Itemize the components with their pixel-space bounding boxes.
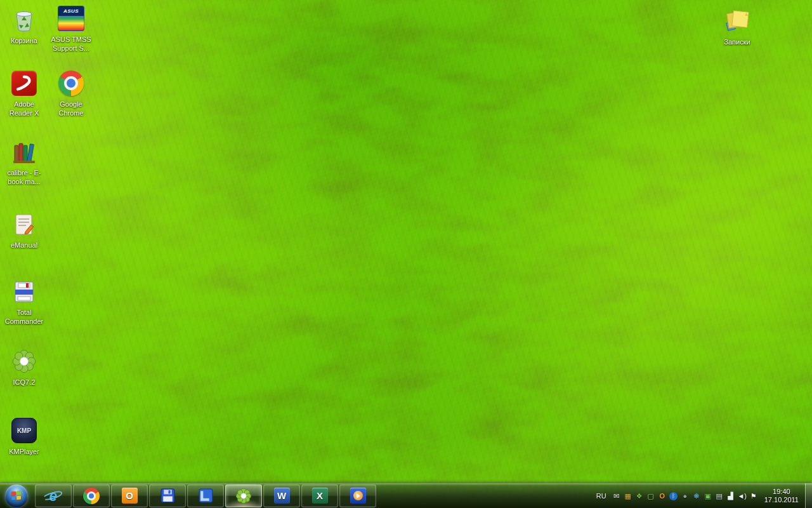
desktop[interactable]: Корзина Adobe Reader X calibre - E-book … [0, 0, 812, 508]
outlook-icon: O [121, 487, 138, 504]
show-desktop-button[interactable] [805, 483, 812, 508]
audio-icon[interactable]: ● [679, 484, 691, 508]
clock-date: 17.10.2011 [764, 496, 799, 504]
update-icon[interactable]: ▣ [702, 484, 714, 508]
desktop-icon-total-commander[interactable]: Total Commander [0, 277, 48, 326]
signal-icon[interactable]: ▟ [725, 484, 737, 508]
desktop-icon-asus-tmss[interactable]: ASUS ASUS TMSS Support S... [47, 4, 95, 53]
taskbar-button-media-player[interactable] [339, 485, 376, 507]
chrome-icon [83, 487, 100, 504]
desktop-icon-kmplayer[interactable]: KMP KMPlayer [0, 416, 48, 456]
excel-icon: X [311, 487, 329, 504]
action-center-icon[interactable]: ⚑ [748, 484, 759, 508]
desktop-icon-google-chrome[interactable]: Google Chrome [47, 69, 95, 117]
asus-logo-text: ASUS [58, 6, 84, 16]
desktop-icon-label: Total Commander [3, 308, 46, 326]
taskbar-button-google-chrome[interactable] [73, 485, 110, 507]
desktop-icon-label: eManual [3, 241, 46, 250]
kmplayer-icon: KMP [10, 416, 39, 445]
desktop-icon-recycle-bin[interactable]: Корзина [0, 5, 48, 45]
utility-icon[interactable]: ▦ [622, 484, 634, 508]
taskbar-button-total-commander[interactable] [149, 485, 186, 507]
language-indicator[interactable]: RU [592, 492, 611, 500]
display-icon[interactable]: ▢ [645, 484, 657, 508]
app-l-icon [197, 487, 214, 504]
desktop-icon-label: Корзина [3, 36, 46, 45]
taskbar-button-internet-explorer[interactable]: e [35, 485, 72, 507]
desktop-icon-adobe-reader[interactable]: Adobe Reader X [0, 69, 48, 117]
media-player-icon [350, 487, 367, 504]
emanual-icon [10, 210, 39, 239]
kmp-logo-text: KMP [17, 427, 31, 434]
taskbar-button-excel[interactable]: X [301, 485, 338, 507]
start-button[interactable] [5, 485, 28, 507]
taskbar-buttons: e O [35, 483, 377, 508]
icq-flower-icon [235, 487, 252, 504]
floppy-disk-icon [159, 487, 176, 504]
adobe-reader-icon [10, 69, 39, 98]
calibre-icon [10, 137, 39, 166]
desktop-icon-label: ICQ7.2 [3, 378, 46, 387]
taskbar: e O [0, 483, 812, 508]
system-tray: RU ✉ ▦ ❖ ▢ O ᛒ ● ❋ ▣ ▤ ▟ ◄) ⚑ 19:40 17.1… [592, 483, 812, 508]
wallpaper-texture [0, 0, 812, 508]
graphics-icon[interactable]: ❖ [634, 484, 645, 508]
chrome-icon [56, 69, 86, 98]
asus-tmss-icon: ASUS [56, 4, 86, 33]
desktop-icon-label: Записки [716, 37, 759, 46]
clock-time: 19:40 [764, 488, 799, 496]
sticky-notes-icon [723, 6, 752, 36]
icq-flower-icon [10, 347, 39, 376]
openoffice-icon[interactable]: O [657, 484, 668, 508]
desktop-icon-label: calibre - E-book ma... [3, 168, 46, 186]
desktop-icon-calibre[interactable]: calibre - E-book ma... [0, 137, 48, 186]
clock[interactable]: 19:40 17.10.2011 [759, 488, 805, 504]
device-icon[interactable]: ▤ [714, 484, 725, 508]
wallpaper-grain [0, 0, 812, 508]
desktop-icon-icq[interactable]: ICQ7.2 [0, 347, 48, 387]
desktop-icon-label: Google Chrome [49, 100, 93, 117]
total-commander-icon [10, 277, 39, 306]
windows-flag-icon [11, 491, 22, 500]
volume-icon[interactable]: ◄) [737, 484, 748, 508]
taskbar-button-app-l[interactable] [187, 485, 224, 507]
desktop-icon-emanual[interactable]: eManual [0, 210, 48, 250]
word-icon: W [273, 487, 291, 504]
taskbar-button-outlook[interactable]: O [111, 485, 148, 507]
network-icon[interactable]: ❋ [691, 484, 702, 508]
recycle-bin-icon [10, 5, 39, 34]
mail-icon[interactable]: ✉ [611, 484, 622, 508]
desktop-icon-label: KMPlayer [3, 447, 46, 456]
desktop-icon-label: Adobe Reader X [3, 100, 46, 117]
internet-explorer-icon: e [45, 487, 62, 504]
taskbar-button-icq[interactable] [225, 485, 262, 507]
bluetooth-icon[interactable]: ᛒ [668, 491, 679, 500]
desktop-icon-sticky-notes[interactable]: Записки [713, 6, 761, 46]
taskbar-button-word[interactable]: W [263, 485, 300, 507]
desktop-icon-label: ASUS TMSS Support S... [49, 35, 93, 53]
